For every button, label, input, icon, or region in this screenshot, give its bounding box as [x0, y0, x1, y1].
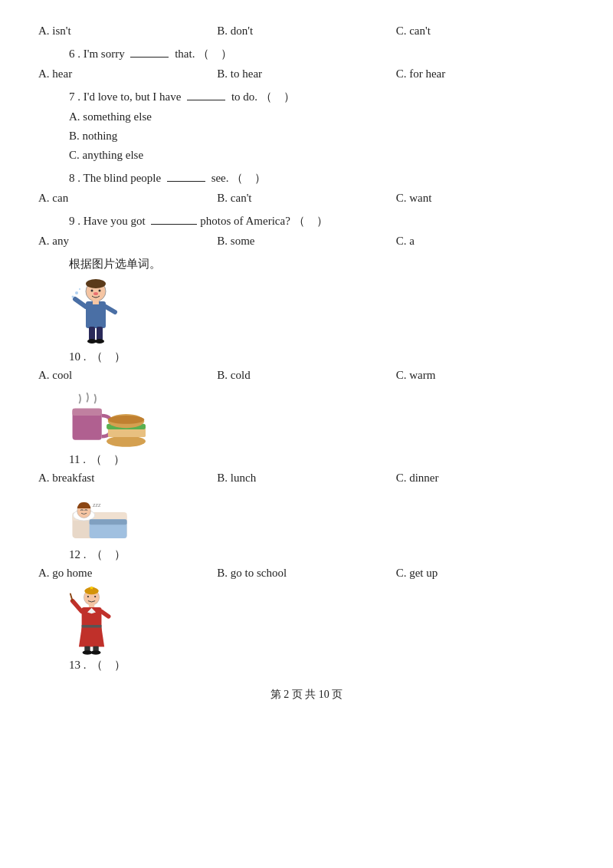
q12-option-a: A. go home — [38, 565, 217, 581]
q9-option-b: B. some — [217, 233, 395, 249]
page-footer: 第 2 页 共 10 页 — [38, 688, 575, 702]
q8-options: A. can B. can't C. want — [38, 190, 575, 206]
blank-8 — [167, 181, 205, 182]
svg-point-4 — [93, 292, 98, 295]
q6-options: A. hear B. to hear C. for hear — [38, 66, 575, 82]
question-9-text: 9 . Have you got photos of America? （ ） — [69, 214, 575, 229]
q10-number: 10 . — [69, 350, 87, 363]
svg-rect-17 — [73, 409, 102, 416]
svg-rect-6 — [93, 300, 99, 304]
svg-rect-27 — [90, 519, 127, 524]
q11-illustration — [69, 388, 146, 449]
q10-item: 10 . （ ） — [69, 278, 575, 364]
q12-item: zzz 12 . （ ） — [69, 491, 575, 562]
blank-7 — [187, 100, 225, 100]
top-options-row: A. isn't B. don't C. can't — [38, 23, 575, 39]
q6-option-a: A. hear — [38, 66, 217, 82]
question-7-text: 7 . I'd love to, but I have to do. （ ） — [69, 90, 575, 104]
option-cant: C. can't — [396, 23, 575, 39]
svg-marker-39 — [79, 628, 104, 647]
q11-option-b: B. lunch — [217, 470, 395, 486]
q9-options: A. any B. some C. a — [38, 233, 575, 249]
q11-paren: （ ） — [90, 452, 125, 467]
q10-num-paren: 10 . （ ） — [69, 350, 126, 364]
q11-num-paren: 11 . （ ） — [69, 452, 125, 467]
q13-num-paren: 13 . （ ） — [69, 658, 126, 672]
q11-picture-row — [69, 388, 146, 449]
svg-rect-38 — [82, 625, 102, 628]
q10-illustration — [69, 278, 123, 347]
svg-point-13 — [75, 291, 78, 294]
q10-options: A. cool B. cold C. warm — [38, 367, 575, 383]
q7-option-c: C. anything else — [69, 147, 575, 163]
svg-point-14 — [72, 296, 74, 298]
svg-line-40 — [73, 601, 82, 612]
q8-option-b: B. can't — [217, 190, 395, 206]
svg-point-45 — [83, 650, 93, 655]
page-number: 第 2 页 共 10 页 — [270, 689, 343, 700]
svg-line-42 — [101, 611, 108, 616]
q7-option-a: A. something else — [69, 109, 575, 125]
q12-illustration: zzz — [69, 491, 130, 544]
q11-option-a: A. breakfast — [38, 470, 217, 486]
q12-number: 12 . — [69, 548, 87, 561]
q12-option-c: C. get up — [396, 565, 575, 581]
q13-item: 13 . （ ） — [69, 586, 575, 672]
q12-picture-row: zzz — [69, 491, 130, 544]
svg-point-46 — [91, 650, 101, 655]
question-8-text: 8 . The blind people see. （ ） — [69, 171, 575, 186]
svg-point-15 — [79, 288, 80, 290]
question-6-text: 6 . I'm sorry that. （ ） — [69, 47, 575, 61]
q13-paren: （ ） — [91, 658, 126, 672]
q10-paren: （ ） — [91, 350, 126, 364]
q9-option-c: C. a — [396, 233, 575, 249]
q11-number: 11 . — [69, 453, 86, 466]
q13-illustration — [69, 586, 115, 655]
svg-point-22 — [108, 416, 144, 424]
svg-point-10 — [95, 339, 104, 344]
q7-options: A. something else B. nothing C. anything… — [69, 109, 575, 163]
q8-option-a: A. can — [38, 190, 217, 206]
svg-point-34 — [94, 596, 96, 597]
q6-option-b: B. to hear — [217, 66, 395, 82]
svg-point-33 — [87, 596, 89, 597]
svg-rect-5 — [86, 301, 106, 328]
q10-option-b: B. cold — [217, 367, 395, 383]
option-isnt: A. isn't — [38, 23, 217, 39]
svg-point-18 — [107, 436, 146, 447]
q12-paren: （ ） — [91, 547, 126, 562]
q12-num-paren: 12 . （ ） — [69, 547, 126, 562]
q11-item: 11 . （ ） — [69, 388, 575, 467]
q10-option-a: A. cool — [38, 367, 217, 383]
q9-option-a: A. any — [38, 233, 217, 249]
svg-line-11 — [75, 299, 86, 307]
option-dont: B. don't — [217, 23, 395, 39]
q13-picture-row — [69, 586, 115, 655]
svg-rect-8 — [97, 327, 103, 340]
svg-point-3 — [99, 290, 101, 292]
q10-picture-row — [69, 278, 123, 347]
svg-text:zzz: zzz — [92, 501, 101, 508]
blank-9 — [151, 224, 197, 225]
q12-options: A. go home B. go to school C. get up — [38, 565, 575, 581]
q7-option-b: B. nothing — [69, 128, 575, 144]
q11-option-c: C. dinner — [396, 470, 575, 486]
section-title: 根据图片选单词。 — [69, 257, 575, 271]
svg-point-1 — [86, 279, 106, 288]
q12-option-b: B. go to school — [217, 565, 395, 581]
svg-point-2 — [91, 290, 93, 292]
q10-option-c: C. warm — [396, 367, 575, 383]
svg-line-12 — [106, 307, 115, 312]
svg-rect-7 — [89, 327, 95, 340]
blank-6 — [130, 57, 169, 58]
q11-options: A. breakfast B. lunch C. dinner — [38, 470, 575, 486]
q6-option-c: C. for hear — [396, 66, 575, 82]
q13-number: 13 . — [69, 659, 87, 672]
q8-option-c: C. want — [396, 190, 575, 206]
